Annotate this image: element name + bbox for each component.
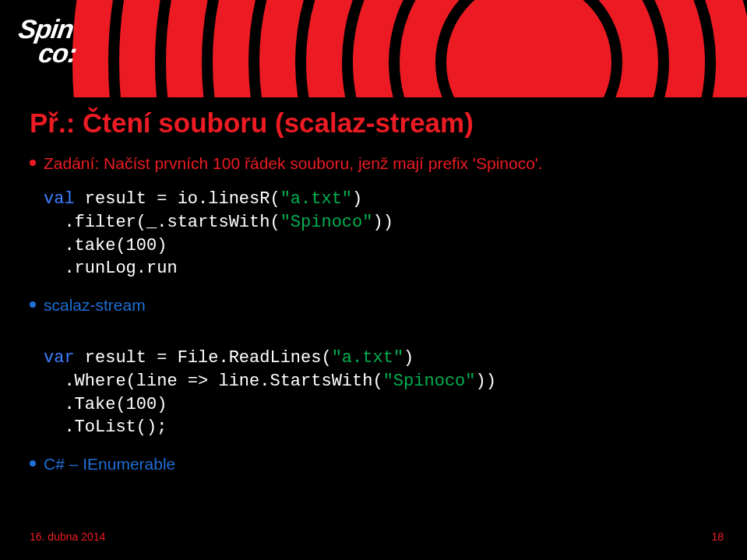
bullet-icon — [30, 460, 36, 467]
code-text: result = io.linesR( — [75, 189, 280, 209]
bullet-icon — [30, 301, 36, 308]
code-block-scala: val result = io.linesR("a.txt") .filter(… — [44, 188, 717, 280]
logo-line2: co: — [37, 41, 78, 65]
code-text: )) — [476, 372, 496, 391]
code-text: .Where(line => line.StartsWith( — [44, 372, 383, 391]
footer: 16. dubna 2014 18 — [30, 530, 724, 543]
keyword: var — [44, 348, 75, 368]
code-block-csharp: var result = File.ReadLines("a.txt") .Wh… — [44, 347, 717, 439]
code-text: .take(100) — [44, 236, 167, 255]
bullet-icon — [30, 160, 36, 166]
code-text: .Take(100) — [44, 395, 167, 414]
subtitle-text: Zadání: Načíst prvních 100 řádek souboru… — [44, 153, 543, 174]
bullet-text: scalaz-stream — [44, 294, 146, 315]
bullet-scalaz: scalaz-stream — [30, 294, 717, 315]
header-background: Spin co: — [0, 0, 747, 97]
code-text: ) — [352, 189, 362, 209]
string-literal: "Spinoco" — [280, 213, 373, 232]
footer-date: 16. dubna 2014 — [30, 530, 105, 543]
code-text: result = File.ReadLines( — [75, 348, 332, 368]
bullet-csharp: C# – IEnumerable — [30, 453, 717, 474]
footer-page-number: 18 — [711, 530, 724, 543]
logo-line1: Spin — [17, 17, 81, 41]
ring-decoration — [62, 0, 747, 97]
code-text: ) — [403, 348, 414, 368]
code-text: .ToList(); — [44, 417, 167, 437]
string-literal: "Spinoco" — [383, 372, 476, 391]
keyword: val — [44, 189, 75, 209]
code-text: .filter(_.startsWith( — [44, 213, 280, 232]
subtitle-row: Zadání: Načíst prvních 100 řádek souboru… — [30, 153, 717, 174]
code-text: .runLog.run — [44, 259, 178, 278]
logo: Spin co: — [14, 17, 82, 65]
string-literal: "a.txt" — [280, 189, 352, 209]
bullet-text: C# – IEnumerable — [44, 453, 175, 474]
code-text: )) — [372, 213, 393, 232]
slide-content: Př.: Čtení souboru (scalaz-stream) Zadán… — [30, 107, 717, 481]
string-literal: "a.txt" — [332, 348, 403, 368]
slide-title: Př.: Čtení souboru (scalaz-stream) — [30, 107, 717, 139]
